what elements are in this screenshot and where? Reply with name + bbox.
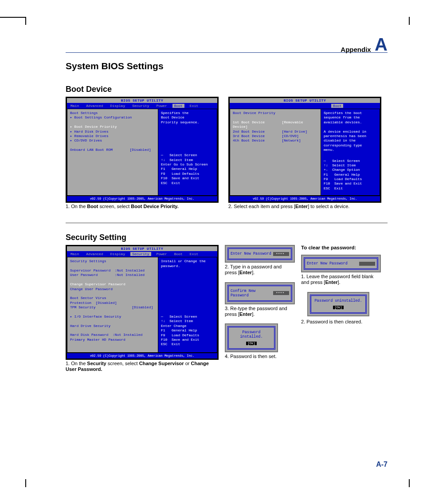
bios-menu-boot-selected: Boot <box>172 104 184 108</box>
step-3-text: 3. Re-type the password and press [Enter… <box>225 306 295 317</box>
clear-password-col: To clear the password: Enter New Passwor… <box>301 245 381 325</box>
first-boot-device-row: 1st Boot Device [Removable Device] <box>233 120 318 130</box>
password-uninstalled-dialog: Password uninstalled. [Ok] <box>307 292 369 316</box>
security-settings-heading: Security Settings <box>70 259 155 264</box>
enter-password-label: Enter New Password <box>231 252 271 256</box>
bios-key-legend: ↔ Select Screen ↑↓ Select Item Enter Go … <box>161 153 214 185</box>
bios-menu-power: Power <box>155 252 169 256</box>
clear-step-1-text: 1. Leave the password field blank and pr… <box>301 274 381 285</box>
caption-bold: Enter <box>295 204 308 209</box>
primary-master-hd-password: Primary Master HD Password <box>70 338 155 342</box>
boot-shot-2-caption: 2. Select each item and press [Enter] to… <box>228 204 381 209</box>
boot-shot-1-caption: 1. On the Boot screen, select Boot Devic… <box>66 204 219 209</box>
page-number: A-7 <box>376 461 388 469</box>
bios-menu-advanced: Advanced <box>84 104 105 108</box>
bios-menu-boot-selected: Boot <box>331 104 343 108</box>
boot-shot-2-col: BIOS SETUP UTILITY Boot Boot Device Prio… <box>228 97 381 209</box>
cd-dvd-drives-item: ▸ CD/DVD Drives <box>70 138 155 143</box>
appendix-header: Appendix A <box>66 35 388 53</box>
change-user-password: Change User Password <box>70 287 155 291</box>
crop-mark <box>0 17 26 18</box>
step-2-text: 2. Type in a password and press [Enter]. <box>225 264 295 276</box>
password-field: **** <box>273 252 289 256</box>
boot-priority-heading: Boot Device Priority <box>233 111 318 115</box>
onboard-lan-row: Onboard LAN Boot ROM [Disabled] <box>70 148 155 152</box>
dialog-inner: Enter New Password <box>304 257 378 270</box>
security-row: BIOS SETUP UTILITY Main Advanced Display… <box>66 245 388 372</box>
supervisor-password-row: Supervisor Password :Not Installed <box>70 268 155 273</box>
bios-menu-security-selected: Security <box>130 252 151 256</box>
dialog-inner: Password installed. [Ok] <box>227 326 275 350</box>
caption-text: ] to select a device. <box>308 204 349 209</box>
bios-body: Security Settings Supervisor Password :N… <box>67 257 217 353</box>
fourth-boot-value: [Network] <box>282 138 301 142</box>
bios-menu-boot: Boot <box>172 252 184 256</box>
bios-menu-main: Main <box>69 104 81 108</box>
dialog-inner: Enter New Password **** <box>227 248 292 260</box>
confirm-new-password-dialog: Confirm New Password **** <box>225 282 295 304</box>
caption-text: 1. On the <box>66 361 87 366</box>
bios-menu-main: Main <box>69 252 81 256</box>
onboard-lan-label: Onboard LAN Boot ROM <box>70 148 113 152</box>
bios-right-pane: Install or Change the password. ↔ Select… <box>158 257 217 353</box>
bios-left-pane: Boot Device Priority 1st Boot Device [Re… <box>230 109 321 196</box>
crop-mark <box>409 17 410 25</box>
second-boot-value: [Hard Drive] <box>282 130 307 134</box>
caption-bold: Security <box>87 361 106 366</box>
password-field: **** <box>273 291 289 295</box>
bios-key-legend: ↔ Select Screen ↑↓ Select Item Enter Cha… <box>161 315 214 347</box>
bios-util-title: BIOS SETUP UTILITY <box>230 98 380 103</box>
boot-screenshots-row: BIOS SETUP UTILITY Main Advanced Display… <box>66 97 388 209</box>
caption-bold: Change Supervisor <box>139 361 184 366</box>
boot-sector-virus-row: Boot Sector Virus Protection [Disabled] <box>70 296 155 305</box>
clear-password-heading: To clear the password: <box>301 245 381 250</box>
boot-shot-1-col: BIOS SETUP UTILITY Main Advanced Display… <box>66 97 219 209</box>
bios-menu-exit: Exit <box>188 252 200 256</box>
caption-text: screen, select <box>98 204 131 209</box>
bios-menu-display: Display <box>109 104 127 108</box>
second-boot-label: 2nd Boot Device <box>233 130 265 134</box>
bios-right-pane: Specifies the Boot Device Priority seque… <box>158 109 217 196</box>
bios-menu-bar: Main Advanced Display Security Power Boo… <box>67 103 217 109</box>
security-shot-col: BIOS SETUP UTILITY Main Advanced Display… <box>66 245 219 372</box>
caption-text: 1. On the <box>66 204 87 209</box>
boot-device-heading: Boot Device <box>66 85 388 94</box>
password-installed-dialog: Password installed. [Ok] <box>225 323 278 352</box>
enter-password-label: Enter New Password <box>307 261 348 266</box>
password-steps-col: Enter New Password **** 2. Type in a pas… <box>225 245 295 359</box>
third-boot-value: [CD/DVD] <box>282 134 298 138</box>
security-setting-heading: Security Setting <box>66 233 388 242</box>
bios-help-desc: Specifies the Boot Device Priority seque… <box>161 111 214 125</box>
enter-new-password-dialog: Enter New Password **** <box>225 245 295 263</box>
bios-left-pane: Boot Settings ▸ Boot Settings Configurat… <box>67 109 158 196</box>
section-title: System BIOS Settings <box>66 61 388 71</box>
bios-menu-advanced: Advanced <box>84 252 105 256</box>
hard-disk-password-row: Hard Disk Password :Not Installed <box>70 333 155 337</box>
password-uninstalled-label: Password uninstalled. <box>313 299 364 303</box>
security-shot-caption: 1. On the Security screen, select Change… <box>66 361 219 372</box>
boot-settings-config-item: ▸ Boot Settings Configuration <box>70 115 155 120</box>
caption-text: screen, select <box>106 361 139 366</box>
io-interface-security: ▸ I/O Interface Security <box>70 315 155 319</box>
bios-left-pane: Security Settings Supervisor Password :N… <box>67 257 158 353</box>
caption-text: 2. Select each item and press [ <box>228 204 295 209</box>
clear-step-2-text: 2. Password is then cleared. <box>301 319 381 325</box>
tpm-security-row: TPM Security [Disabled] <box>70 305 155 310</box>
onboard-lan-value: [Disabled] <box>129 148 151 152</box>
dialog-inner: Confirm New Password **** <box>227 285 292 302</box>
header-rule <box>66 52 388 53</box>
crop-mark <box>25 479 26 487</box>
bios-menu-power: Power <box>155 104 169 108</box>
third-boot-label: 3rd Boot Device <box>233 134 265 138</box>
crop-mark <box>409 479 410 487</box>
bios-right-pane: Specifies the boot sequence from the ava… <box>321 109 380 196</box>
bios-util-title: BIOS SETUP UTILITY <box>67 98 217 103</box>
caption-text: or <box>184 361 191 366</box>
second-boot-device-row: 2nd Boot Device [Hard Drive] <box>233 130 318 134</box>
bios-menu-security: Security <box>130 104 151 108</box>
first-boot-label: 1st Boot Device <box>233 120 265 124</box>
password-field-blank <box>359 262 375 266</box>
bios-footer-copyright: v02.59 (C)Copyright 1985-2005, American … <box>230 196 380 201</box>
user-password-row: User Password :Not Installed <box>70 273 155 277</box>
dialog-inner: Password uninstalled. [Ok] <box>310 295 367 314</box>
